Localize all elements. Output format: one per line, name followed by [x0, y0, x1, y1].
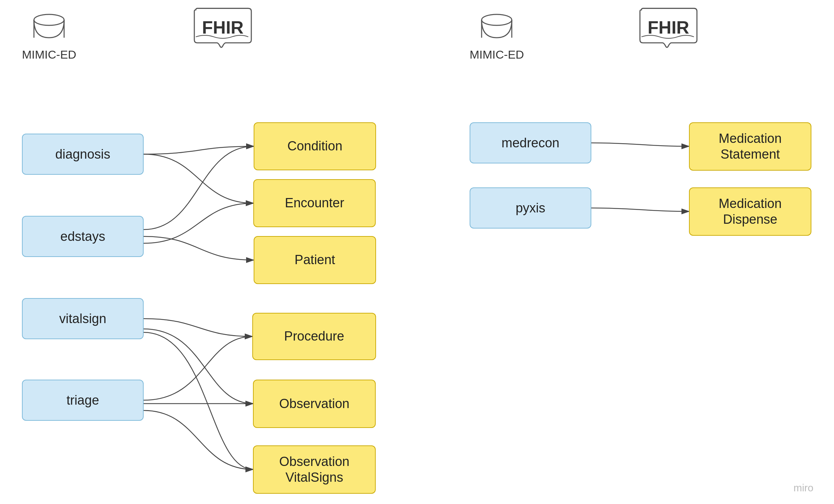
node-encounter: Encounter [253, 179, 376, 227]
right-fhir-label: FHIR [648, 17, 689, 38]
left-fhir-icon: FHIR [192, 7, 254, 55]
node-obs-vitalsigns-label: ObservationVitalSigns [279, 454, 350, 485]
node-patient-label: Patient [294, 252, 335, 268]
node-medication-dispense-label: MedicationDispense [719, 196, 782, 227]
node-medication-dispense: MedicationDispense [689, 187, 811, 236]
right-db-label: MIMIC-ED [470, 48, 524, 61]
node-medication-statement-label: MedicationStatement [719, 131, 782, 162]
svg-point-5 [482, 14, 512, 25]
node-diagnosis: diagnosis [22, 134, 144, 175]
node-pyxis: pyxis [470, 187, 591, 229]
node-observation: Observation [253, 380, 376, 428]
node-obs-vitalsigns: ObservationVitalSigns [253, 445, 376, 494]
node-condition: Condition [254, 122, 376, 170]
node-procedure-label: Procedure [284, 329, 344, 344]
node-edstays-label: edstays [60, 229, 105, 244]
svg-point-1 [34, 14, 64, 25]
node-condition-label: Condition [287, 138, 342, 154]
node-diagnosis-label: diagnosis [55, 147, 110, 162]
svg-rect-2 [34, 20, 64, 38]
node-medrecon: medrecon [470, 122, 591, 163]
node-medrecon-label: medrecon [501, 136, 559, 150]
left-db-label: MIMIC-ED [22, 48, 76, 61]
right-db-icon: MIMIC-ED [470, 14, 524, 61]
node-patient: Patient [254, 236, 376, 284]
left-db-icon: MIMIC-ED [22, 14, 76, 61]
svg-rect-6 [482, 20, 512, 38]
node-medication-statement: MedicationStatement [689, 122, 811, 171]
node-vitalsign: vitalsign [22, 298, 144, 339]
right-fhir-icon: FHIR [638, 7, 699, 55]
node-observation-label: Observation [279, 396, 350, 412]
node-edstays: edstays [22, 216, 144, 257]
node-vitalsign-label: vitalsign [59, 311, 106, 326]
node-triage: triage [22, 380, 144, 421]
node-encounter-label: Encounter [285, 195, 344, 211]
left-fhir-label: FHIR [202, 17, 243, 38]
diagram-container: MIMIC-ED FHIR MIMIC-ED FHIR diagnosis [0, 0, 834, 504]
node-triage-label: triage [67, 393, 99, 408]
node-procedure: Procedure [252, 313, 376, 360]
miro-label: miro [794, 482, 813, 494]
node-pyxis-label: pyxis [516, 201, 545, 216]
